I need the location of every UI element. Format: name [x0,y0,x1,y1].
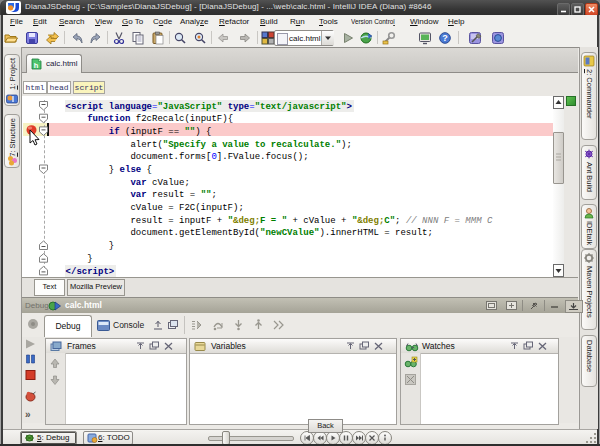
svg-text:h: h [34,61,39,70]
svg-text:?: ? [442,33,448,43]
